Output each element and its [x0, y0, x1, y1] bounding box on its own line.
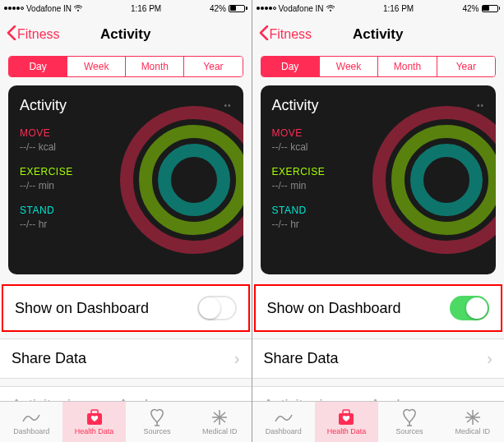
medical-id-icon: [463, 408, 483, 426]
back-button[interactable]: Fitness: [259, 25, 312, 44]
clock-label: 1:16 PM: [383, 4, 414, 13]
battery-icon: [229, 5, 247, 12]
segment-month[interactable]: Month: [378, 57, 437, 76]
activity-card[interactable]: Activity •• MOVE --/-- kcal EXERCISE --/…: [261, 85, 497, 274]
clock-label: 1:16 PM: [131, 4, 161, 13]
dashboard-icon: [274, 408, 294, 426]
activity-card[interactable]: Activity •• MOVE --/-- kcal EXERCISE --/…: [8, 85, 243, 274]
back-button[interactable]: Fitness: [7, 25, 60, 44]
show-on-dashboard-label: Show on Dashboard: [15, 300, 149, 317]
tab-dashboard[interactable]: Dashboard: [0, 402, 62, 442]
nav-bar: Fitness Activity: [0, 16, 252, 53]
battery-pct-label: 42%: [210, 4, 226, 13]
page-title: Activity: [353, 26, 403, 43]
health-data-icon: [336, 408, 356, 426]
activity-rings-row[interactable]: Activity rings on Apple: [0, 386, 252, 403]
battery-pct-label: 42%: [462, 4, 479, 13]
tab-medical-id[interactable]: Medical ID: [188, 402, 251, 442]
nav-bar: Fitness Activity: [252, 16, 505, 53]
signal-dots-icon: [4, 7, 24, 10]
card-title: Activity: [272, 97, 319, 114]
segment-year[interactable]: Year: [184, 57, 242, 76]
page-title: Activity: [100, 26, 150, 43]
chevron-right-icon: ›: [234, 349, 240, 368]
sources-icon: [400, 408, 419, 426]
battery-icon: [482, 5, 501, 12]
chevron-left-icon: [7, 25, 16, 44]
share-data-label: Share Data: [12, 350, 86, 367]
tab-sources[interactable]: Sources: [378, 402, 442, 442]
activity-rings-icon: [116, 102, 243, 258]
card-title: Activity: [20, 97, 67, 114]
segment-month[interactable]: Month: [126, 57, 184, 76]
segment-day[interactable]: Day: [261, 57, 320, 76]
show-on-dashboard-toggle[interactable]: [450, 296, 489, 320]
status-bar: Vodafone IN 1:16 PM 42%: [252, 0, 505, 16]
tab-dashboard[interactable]: Dashboard: [252, 402, 316, 442]
phone-screen-left: Vodafone IN 1:16 PM 42% Fitness Activit: [0, 0, 252, 442]
wifi-icon: [74, 4, 82, 13]
svg-rect-7: [343, 410, 349, 414]
medical-id-icon: [210, 408, 229, 426]
tab-health-data[interactable]: Health Data: [315, 402, 378, 442]
back-label: Fitness: [17, 27, 60, 42]
dashboard-icon: [21, 408, 41, 426]
tab-medical-id[interactable]: Medical ID: [441, 402, 504, 442]
health-data-icon: [85, 408, 104, 426]
tab-bar: Dashboard Health Data Sources: [0, 401, 252, 442]
tab-health-data[interactable]: Health Data: [62, 402, 125, 442]
sources-icon: [147, 408, 167, 426]
signal-dots-icon: [257, 7, 276, 10]
wifi-icon: [326, 4, 335, 13]
chevron-left-icon: [259, 25, 269, 44]
share-data-label: Share Data: [264, 350, 339, 367]
activity-rings-icon: [368, 102, 496, 258]
show-on-dashboard-toggle[interactable]: [197, 296, 237, 320]
show-on-dashboard-row: Show on Dashboard: [2, 284, 250, 332]
show-on-dashboard-row: Show on Dashboard: [254, 284, 503, 332]
segment-week[interactable]: Week: [67, 57, 126, 76]
tab-sources[interactable]: Sources: [126, 402, 188, 442]
share-data-row[interactable]: Share Data ›: [0, 338, 252, 379]
segment-day[interactable]: Day: [9, 57, 67, 76]
segment-year[interactable]: Year: [437, 57, 495, 76]
svg-rect-1: [91, 410, 98, 414]
segment-week[interactable]: Week: [320, 57, 378, 76]
back-label: Fitness: [270, 27, 312, 42]
activity-rings-row[interactable]: Activity rings on Apple: [252, 386, 505, 403]
chevron-right-icon: ›: [487, 349, 492, 368]
segmented-control: Day Week Month Year: [8, 56, 243, 77]
segmented-control: Day Week Month Year: [261, 56, 497, 77]
status-bar: Vodafone IN 1:16 PM 42%: [0, 0, 252, 16]
tab-bar: Dashboard Health Data Sources: [252, 401, 505, 442]
show-on-dashboard-label: Show on Dashboard: [267, 300, 401, 317]
phone-screen-right: Vodafone IN 1:16 PM 42% Fitness Activit: [252, 0, 505, 442]
carrier-label: Vodafone IN: [26, 4, 72, 13]
share-data-row[interactable]: Share Data ›: [252, 338, 505, 379]
carrier-label: Vodafone IN: [279, 4, 324, 13]
